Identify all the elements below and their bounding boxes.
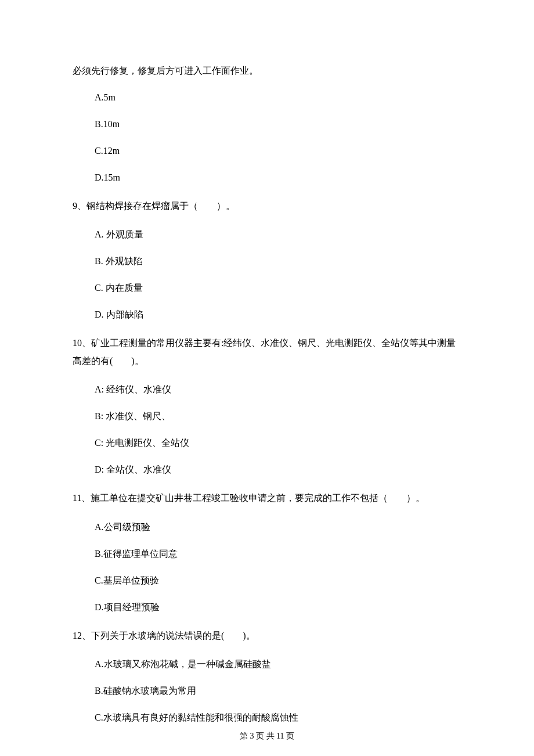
q8-option-a: A.5m xyxy=(73,91,461,105)
q12-option-c: C.水玻璃具有良好的黏结性能和很强的耐酸腐蚀性 xyxy=(73,711,461,725)
q10-option-a: A: 经纬仪、水准仪 xyxy=(73,383,461,397)
q11-option-b: B.征得监理单位同意 xyxy=(73,547,461,561)
q11-option-d: D.项目经理预验 xyxy=(73,600,461,614)
q12-text: 12、下列关于水玻璃的说法错误的是( )。 xyxy=(73,627,461,645)
q12-option-a: A.水玻璃又称泡花碱，是一种碱金属硅酸盐 xyxy=(73,657,461,671)
q10-text: 10、矿业工程测量的常用仪器主要有:经纬仪、水准仪、钢尺、光电测距仪、全站仪等其… xyxy=(73,334,461,370)
q11-option-a: A.公司级预验 xyxy=(73,520,461,534)
q8-option-d: D.15m xyxy=(73,171,461,185)
q11-text: 11、施工单位在提交矿山井巷工程竣工验收申请之前，要完成的工作不包括（ ）。 xyxy=(73,489,461,507)
q10-option-c: C: 光电测距仪、全站仪 xyxy=(73,436,461,450)
q8-option-c: C.12m xyxy=(73,144,461,158)
q9-option-b: B. 外观缺陷 xyxy=(73,254,461,268)
q10-option-d: D: 全站仪、水准仪 xyxy=(73,463,461,477)
q9-option-c: C. 内在质量 xyxy=(73,281,461,295)
q9-option-a: A. 外观质量 xyxy=(73,228,461,242)
q12-option-b: B.硅酸钠水玻璃最为常用 xyxy=(73,684,461,698)
page-container: 必须先行修复，修复后方可进入工作面作业。 A.5m B.10m C.12m D.… xyxy=(0,0,534,756)
q9-option-d: D. 内部缺陷 xyxy=(73,308,461,322)
question-continuation-text: 必须先行修复，修复后方可进入工作面作业。 xyxy=(73,64,461,78)
q10-option-b: B: 水准仪、钢尺、 xyxy=(73,409,461,423)
q9-text: 9、钢结构焊接存在焊瘤属于（ ）。 xyxy=(73,197,461,215)
page-footer: 第 3 页 共 11 页 xyxy=(73,730,461,742)
q11-option-c: C.基层单位预验 xyxy=(73,574,461,588)
q8-option-b: B.10m xyxy=(73,117,461,131)
